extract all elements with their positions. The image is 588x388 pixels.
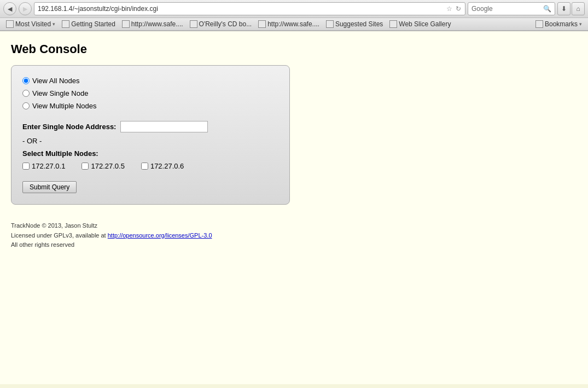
checkbox-172-27-0-5[interactable]: 172.27.0.5 xyxy=(81,162,124,170)
toolbar-right-buttons: ⬇ ⌂ xyxy=(557,2,585,15)
address-text: 192.168.1.4/~jasonstultz/cgi-bin/index.c… xyxy=(38,5,446,13)
footer-line3: All other rights reserved xyxy=(11,240,577,250)
radio-view-multiple-nodes[interactable]: View Multiple Nodes xyxy=(22,102,278,110)
address-bar[interactable]: 192.168.1.4/~jasonstultz/cgi-bin/index.c… xyxy=(34,2,465,15)
single-node-label: Enter Single Node Address: xyxy=(22,123,116,131)
radio-input-multiple[interactable] xyxy=(22,102,30,109)
bookmark-web-slice-gallery[interactable]: Web Slice Gallery xyxy=(387,20,453,28)
bookmark-safe1[interactable]: http://www.safe.... xyxy=(119,20,186,28)
radio-view-all-nodes[interactable]: View All Nodes xyxy=(22,77,278,85)
radio-input-single[interactable] xyxy=(22,90,30,97)
bookmark-label: http://www.safe.... xyxy=(131,20,183,28)
multiple-nodes-label: Select Multiple Nodes: xyxy=(22,149,278,158)
checkbox-172-27-0-1[interactable]: 172.27.0.1 xyxy=(22,162,65,170)
bookmark-oreilly[interactable]: O'Reilly's CD bo... xyxy=(187,20,255,28)
bookmark-label: Most Visited xyxy=(15,20,51,28)
bookmark-label: Web Slice Gallery xyxy=(399,20,451,28)
radio-label-text: View All Nodes xyxy=(32,77,79,85)
bookmark-label: O'Reilly's CD bo... xyxy=(199,20,252,28)
bookmark-label: Getting Started xyxy=(71,20,115,28)
dropdown-arrow: ▾ xyxy=(579,21,582,27)
bookmark-label: Suggested Sites xyxy=(335,20,383,28)
star-icon[interactable]: ☆ xyxy=(446,4,453,13)
refresh-icon[interactable]: ↻ xyxy=(455,4,462,13)
submit-button[interactable]: Submit Query xyxy=(22,181,77,193)
footer-line1: TrackNode © 2013, Jason Stultz xyxy=(11,221,577,231)
single-node-input[interactable] xyxy=(120,121,208,132)
radio-view-single-node[interactable]: View Single Node xyxy=(22,89,278,97)
dropdown-arrow: ▾ xyxy=(53,21,55,27)
checkbox-input-3[interactable] xyxy=(141,163,148,170)
search-placeholder: Google xyxy=(471,5,543,13)
bookmark-icon xyxy=(535,20,543,28)
checkboxes-row: 172.27.0.1 172.27.0.5 172.27.0.6 xyxy=(22,162,278,170)
checkbox-label-text: 172.27.0.6 xyxy=(150,162,184,170)
bookmark-safe2[interactable]: http://www.safe.... xyxy=(255,20,322,28)
radio-label-text: View Multiple Nodes xyxy=(32,102,97,110)
footer-license-link[interactable]: http://opensource.org/licenses/GPL-3.0 xyxy=(108,232,212,239)
browser-chrome: ◀ ▶ 192.168.1.4/~jasonstultz/cgi-bin/ind… xyxy=(0,0,588,31)
radio-label-text: View Single Node xyxy=(32,89,88,97)
checkbox-label-text: 172.27.0.1 xyxy=(32,162,65,170)
radio-group: View All Nodes View Single Node View Mul… xyxy=(22,77,278,110)
bookmark-icon xyxy=(62,20,69,28)
page-content: Web Console View All Nodes View Single N… xyxy=(0,31,588,384)
bookmark-icon xyxy=(190,20,197,28)
bookmark-bookmarks[interactable]: Bookmarks ▾ xyxy=(533,20,585,28)
download-button[interactable]: ⬇ xyxy=(557,2,570,15)
bookmark-getting-started[interactable]: Getting Started xyxy=(59,20,118,28)
footer: TrackNode © 2013, Jason Stultz Licensed … xyxy=(11,221,577,250)
search-bar[interactable]: Google 🔍 xyxy=(468,2,555,15)
back-button[interactable]: ◀ xyxy=(3,2,16,15)
bookmark-label: Bookmarks xyxy=(545,20,578,28)
or-separator: - OR - xyxy=(22,137,278,145)
page-title: Web Console xyxy=(11,42,577,56)
checkbox-input-1[interactable] xyxy=(22,163,30,170)
bookmark-icon xyxy=(326,20,334,28)
radio-input-all[interactable] xyxy=(22,77,30,84)
footer-line2: Licensed under GPLv3, available at http:… xyxy=(11,231,577,241)
bookmark-icon xyxy=(258,20,266,28)
bookmark-label: http://www.safe.... xyxy=(267,20,319,28)
checkbox-label-text: 172.27.0.5 xyxy=(91,162,124,170)
forward-button[interactable]: ▶ xyxy=(19,2,32,15)
home-button[interactable]: ⌂ xyxy=(572,2,585,15)
single-node-row: Enter Single Node Address: xyxy=(22,121,278,132)
bookmark-most-visited[interactable]: Most Visited ▾ xyxy=(3,20,58,28)
address-icons: ☆ ↻ xyxy=(446,4,462,13)
form-container: View All Nodes View Single Node View Mul… xyxy=(11,65,290,205)
bookmark-icon xyxy=(389,20,397,28)
footer-line2-prefix: Licensed under GPLv3, available at xyxy=(11,232,108,239)
toolbar: ◀ ▶ 192.168.1.4/~jasonstultz/cgi-bin/ind… xyxy=(0,0,588,18)
search-icon[interactable]: 🔍 xyxy=(543,5,551,13)
bookmark-icon xyxy=(6,20,14,28)
bookmarks-bar: Most Visited ▾ Getting Started http://ww… xyxy=(0,18,588,31)
bookmark-icon xyxy=(122,20,130,28)
checkbox-172-27-0-6[interactable]: 172.27.0.6 xyxy=(141,162,184,170)
bookmark-suggested-sites[interactable]: Suggested Sites xyxy=(323,20,386,28)
checkbox-input-2[interactable] xyxy=(81,163,89,170)
